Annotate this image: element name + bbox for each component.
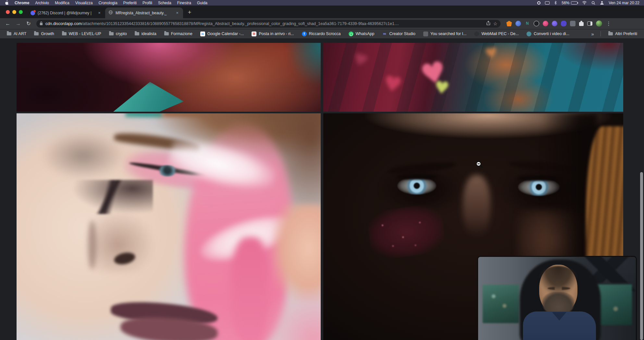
image-fragment [288,43,321,85]
menu-scheda[interactable]: Scheda [158,1,171,5]
menu-cronologia[interactable]: Cronologia [99,1,118,5]
bookmark-star-icon[interactable]: ☆ [493,21,497,26]
tab-close-icon[interactable]: × [97,10,102,16]
pink-key-extension-icon[interactable] [543,21,548,26]
wifi-icon[interactable] [582,1,587,5]
presenter-eyes [548,287,570,290]
menu-profili[interactable]: Profili [142,1,152,5]
bookmark-creator-studio[interactable]: ∞Creator Studio [379,31,418,37]
lock-icon[interactable] [40,21,43,27]
globe-favicon-icon [108,10,113,16]
back-button[interactable]: ← [3,19,12,28]
apple-icon[interactable] [5,0,9,5]
bookmarks-bar: AI ART Growth WEB - LEVEL-UP crypto idea… [0,29,644,38]
heart-bokeh: ♥ [382,72,404,96]
extensions-puzzle-icon[interactable] [579,22,584,26]
midjourney-image-top-right[interactable]: ♥ ♥ ♥ ♥ ♥ [323,43,623,112]
image-viewer-content: ♥ ♥ ♥ ♥ ♥ [0,38,644,340]
purple-extension-icon[interactable] [552,21,557,26]
folder-icon [608,32,613,35]
bookmark-folder-idealista[interactable]: idealista [132,31,159,37]
midjourney-image-bottom-left[interactable] [17,113,321,340]
bookmark-label: Formazione [171,31,192,36]
new-tab-button[interactable]: + [185,8,194,17]
tab-strip: (2762) Discord | @Midjourney | × MRregis… [0,6,644,18]
reload-button[interactable]: ↻ [24,19,33,28]
bookmark-label: Posta in arrivo - ri... [259,31,294,36]
bluetooth-icon[interactable] [554,1,557,5]
scrollbar[interactable] [640,172,643,340]
bookmark-facebook-profile[interactable]: fRiccardo Scrocca [299,31,344,37]
bookmark-you-searched[interactable]: You searched for I... [420,31,469,37]
tab-title: MRregista_Abstract_beauty._ [116,11,172,15]
tab-image-active[interactable]: MRregista_Abstract_beauty._ × [105,7,183,18]
menu-guida[interactable]: Guida [197,1,207,5]
menu-modifica[interactable]: Modifica [55,1,69,5]
bookmark-label: Altri Preferiti [615,31,637,36]
bookmark-label: WebMail PEC - De... [481,31,519,36]
image-fragment [397,174,438,180]
other-bookmarks-folder[interactable]: Altri Preferiti [605,31,640,37]
fullscreen-window-button[interactable] [19,10,23,14]
bookmark-label: Converti i video di... [534,31,569,36]
generic-site-icon [423,31,428,36]
image-fragment-eye [397,177,436,195]
battery-status[interactable]: 56% [562,1,577,5]
discord-favicon-icon [31,11,35,15]
menu-app-name[interactable]: Chrome [15,1,29,5]
menu-finestra[interactable]: Finestra [177,1,191,5]
folder-icon [7,32,11,35]
dark-circle-extension-icon[interactable] [534,21,539,26]
close-window-button[interactable] [6,10,10,14]
grey-extension-icon[interactable] [570,21,576,26]
menu-preferiti[interactable]: Preferiti [123,1,137,5]
spotlight-search-icon[interactable] [591,1,595,5]
bookmark-folder-formazione[interactable]: Formazione [161,31,195,37]
bookmark-folder-growth[interactable]: Growth [31,31,57,37]
notion-like-extension-icon[interactable]: N [525,21,530,26]
violet-extension-icon[interactable] [561,21,566,26]
heart-bokeh: ♥ [433,79,450,97]
bookmark-google-calendar[interactable]: 31Google Calendar -... [197,31,247,37]
blue-extension-icon[interactable] [515,21,521,26]
bookmark-folder-crypto[interactable]: crypto [106,31,130,37]
bookmark-gmail-inbox[interactable]: MPosta in arrivo - ri... [249,31,297,37]
bookmark-webmail-pec[interactable]: WebMail PEC - De... [471,31,522,37]
url-path: /attachments/1013512335442333816/1088905… [82,21,399,26]
bookmark-whatsapp[interactable]: WhatsApp [346,31,378,37]
heart-bokeh: ♥ [484,45,499,61]
screen-mirroring-icon[interactable] [545,1,550,5]
macos-menu-bar: Chrome Archivio Modifica Visualizza Cron… [0,0,644,6]
image-fragment [88,220,96,269]
menu-archivio[interactable]: Archivio [35,1,49,5]
bookmark-label: idealista [142,31,156,36]
user-account-icon[interactable] [600,1,604,5]
bookmark-converti-video[interactable]: Converti i video di... [524,31,572,37]
bookmark-label: Riccardo Scrocca [309,31,341,36]
forward-button[interactable]: → [14,19,23,28]
bookmark-label: WhatsApp [356,31,375,36]
image-fragment [99,82,184,112]
webcam-overlay [477,256,637,340]
record-status-icon[interactable] [537,1,540,5]
menu-clock[interactable]: Ven 24 mar 20:22 [609,1,639,5]
menu-visualizza[interactable]: Visualizza [75,1,93,5]
metamask-extension-icon[interactable] [506,21,512,26]
bookmark-label: Growth [41,31,54,36]
folder-icon [164,32,169,35]
minimize-window-button[interactable] [12,10,16,14]
share-icon[interactable] [486,21,490,26]
address-bar[interactable]: cdn.discordapp.com/attachments/101351233… [36,20,501,28]
background-monitor [483,285,519,323]
chrome-menu-icon[interactable]: ⋮ [606,19,612,28]
bookmark-folder-ai-art[interactable]: AI ART [4,31,29,37]
profile-avatar[interactable] [596,20,602,27]
battery-percent: 56% [562,1,569,5]
folder-icon [109,32,114,35]
tab-discord[interactable]: (2762) Discord | @Midjourney | × [27,7,105,18]
tab-close-icon[interactable]: × [175,10,180,16]
side-panel-icon[interactable] [587,21,592,26]
midjourney-image-top-left[interactable] [17,43,321,112]
bookmark-folder-web-level-up[interactable]: WEB - LEVEL-UP [59,31,104,37]
bookmarks-overflow-chevron[interactable]: » [589,31,596,37]
